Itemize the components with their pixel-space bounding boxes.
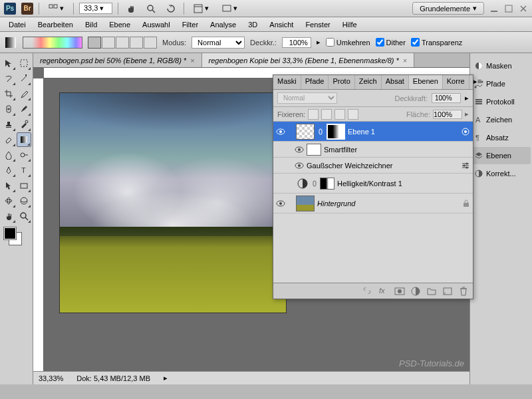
mask-thumbnail[interactable] bbox=[327, 124, 345, 140]
layer-name[interactable]: Smartfilter bbox=[324, 146, 357, 154]
panel-tab-masken[interactable]: Maski bbox=[273, 75, 301, 89]
zoom-tool[interactable] bbox=[17, 209, 31, 223]
vertical-ruler[interactable] bbox=[33, 78, 44, 371]
lasso-tool[interactable] bbox=[1, 71, 16, 86]
menu-hilfe[interactable]: Hilfe bbox=[336, 19, 363, 31]
menu-filter[interactable]: Filter bbox=[176, 19, 204, 31]
layer-row-hintergrund[interactable]: Hintergrund bbox=[273, 194, 473, 213]
opacity-input[interactable] bbox=[282, 37, 311, 48]
new-adjustment-button[interactable] bbox=[410, 286, 421, 297]
layer-thumbnail[interactable] bbox=[296, 196, 315, 211]
panel-menu-button[interactable]: ▸≡ bbox=[469, 75, 485, 89]
eraser-tool[interactable] bbox=[1, 132, 16, 147]
eyedropper-tool[interactable] bbox=[17, 86, 31, 101]
panel-tab-ebenen[interactable]: Ebenen bbox=[409, 75, 443, 89]
zoom-tool-button[interactable] bbox=[144, 3, 158, 15]
workspace-switcher[interactable]: Grundelemente ▾ bbox=[412, 2, 484, 15]
doc-size-status[interactable]: Dok: 5,43 MB/12,3 MB bbox=[76, 374, 150, 382]
arrange-documents-dropdown[interactable]: ▾ bbox=[190, 3, 213, 15]
shape-tool[interactable] bbox=[17, 178, 31, 193]
radial-gradient-button[interactable] bbox=[102, 37, 115, 49]
canvas[interactable] bbox=[60, 93, 286, 313]
lock-pixels-button[interactable] bbox=[321, 109, 332, 120]
layer-row-gaussblur[interactable]: Gaußscher Weichzeichner bbox=[273, 158, 473, 174]
blend-mode-select[interactable]: Normal bbox=[192, 37, 245, 49]
dock-korrekturen[interactable]: Korrekt... bbox=[471, 165, 531, 182]
healing-tool[interactable] bbox=[1, 102, 16, 116]
filter-options-icon[interactable] bbox=[461, 161, 470, 170]
layer-name[interactable]: Hintergrund bbox=[317, 200, 355, 207]
layer-opacity-input[interactable] bbox=[432, 93, 461, 103]
delete-layer-button[interactable] bbox=[458, 286, 469, 297]
menu-datei[interactable]: Datei bbox=[3, 19, 32, 31]
diamond-gradient-button[interactable] bbox=[144, 37, 157, 49]
layer-name[interactable]: Helligkeit/Kontrast 1 bbox=[337, 180, 402, 188]
dodge-tool[interactable] bbox=[17, 148, 31, 162]
color-swatches[interactable] bbox=[1, 227, 31, 247]
lock-position-button[interactable] bbox=[334, 109, 345, 120]
view-extras-dropdown[interactable]: ▾ bbox=[45, 3, 68, 15]
type-tool[interactable]: T bbox=[17, 163, 31, 178]
menu-bild[interactable]: Bild bbox=[79, 19, 103, 31]
rotate-view-button[interactable] bbox=[164, 3, 178, 15]
layer-name[interactable]: Gaußscher Weichzeichner bbox=[307, 162, 392, 170]
bridge-logo-icon[interactable]: Br bbox=[21, 3, 33, 15]
new-layer-button[interactable] bbox=[442, 286, 453, 297]
visibility-toggle-icon[interactable] bbox=[295, 145, 304, 154]
visibility-toggle-icon[interactable] bbox=[276, 127, 285, 136]
visibility-toggle-icon[interactable] bbox=[276, 199, 285, 208]
zoom-field[interactable]: 33,3 ▾ bbox=[79, 3, 112, 14]
screen-mode-dropdown[interactable]: ▾ bbox=[218, 3, 241, 15]
lock-transparency-button[interactable] bbox=[308, 109, 319, 120]
close-tab-icon[interactable]: × bbox=[190, 57, 194, 65]
gradient-tool[interactable] bbox=[17, 132, 31, 147]
minimize-button[interactable] bbox=[489, 4, 499, 13]
visibility-toggle-icon[interactable] bbox=[295, 161, 304, 170]
layer-blend-mode-select[interactable]: Normal bbox=[277, 92, 337, 104]
wand-tool[interactable] bbox=[17, 71, 31, 86]
move-tool[interactable] bbox=[1, 56, 16, 70]
fill-input[interactable] bbox=[433, 110, 462, 119]
panel-tab-absatz[interactable]: Absat bbox=[382, 75, 409, 89]
gradient-picker[interactable] bbox=[23, 37, 82, 49]
reflected-gradient-button[interactable] bbox=[130, 37, 143, 49]
filter-mask-thumbnail[interactable] bbox=[307, 144, 321, 156]
panel-tab-korrekturen[interactable]: Korre bbox=[443, 75, 469, 89]
document-tab-1[interactable]: regenbogen.psd bei 50% (Ebene 1, RGB/8) … bbox=[33, 53, 202, 67]
close-tab-icon[interactable]: × bbox=[403, 57, 407, 65]
marquee-tool[interactable] bbox=[17, 56, 31, 70]
dock-ebenen[interactable]: Ebenen bbox=[471, 147, 531, 164]
panel-tab-pfade[interactable]: Pfade bbox=[301, 75, 329, 89]
foreground-color[interactable] bbox=[4, 227, 16, 239]
visibility-toggle-empty[interactable] bbox=[276, 179, 285, 188]
transparency-checkbox[interactable]: Transparenz bbox=[411, 38, 462, 47]
document-tab-2[interactable]: regenbogen Kopie bei 33,3% (Ebene 1, Ebe… bbox=[202, 53, 415, 67]
maximize-button[interactable] bbox=[504, 4, 513, 13]
dither-checkbox[interactable]: Dither bbox=[376, 38, 406, 47]
panel-tab-protokoll[interactable]: Proto bbox=[329, 75, 354, 89]
history-brush-tool[interactable] bbox=[17, 117, 31, 132]
layer-row-smartfilter[interactable]: Smartfilter bbox=[273, 142, 473, 158]
crop-tool[interactable] bbox=[1, 86, 16, 101]
dock-absatz[interactable]: ¶Absatz bbox=[471, 129, 531, 146]
close-button[interactable] bbox=[519, 4, 528, 13]
menu-auswahl[interactable]: Auswahl bbox=[136, 19, 176, 31]
menu-fenster[interactable]: Fenster bbox=[299, 19, 336, 31]
pen-tool[interactable] bbox=[1, 163, 16, 178]
menu-analyse[interactable]: Analyse bbox=[204, 19, 242, 31]
new-group-button[interactable] bbox=[426, 286, 437, 297]
hand-tool-button[interactable] bbox=[124, 3, 138, 15]
layer-style-button[interactable]: fx bbox=[378, 286, 389, 297]
panel-tab-zeichen[interactable]: Zeich bbox=[355, 75, 382, 89]
layer-row-ebene1[interactable]: Ebene 1 bbox=[273, 122, 473, 142]
menu-bearbeiten[interactable]: Bearbeiten bbox=[32, 19, 79, 31]
reverse-checkbox[interactable]: Umkehren bbox=[326, 38, 370, 47]
blur-tool[interactable] bbox=[1, 148, 16, 162]
dock-masken[interactable]: Masken bbox=[471, 57, 531, 74]
lock-all-button[interactable] bbox=[348, 109, 358, 120]
menu-3d[interactable]: 3D bbox=[242, 19, 263, 31]
link-layers-button[interactable] bbox=[362, 286, 373, 297]
hand-tool[interactable] bbox=[1, 209, 16, 223]
add-mask-button[interactable] bbox=[394, 286, 405, 297]
3d-orbit-tool[interactable] bbox=[17, 194, 31, 208]
